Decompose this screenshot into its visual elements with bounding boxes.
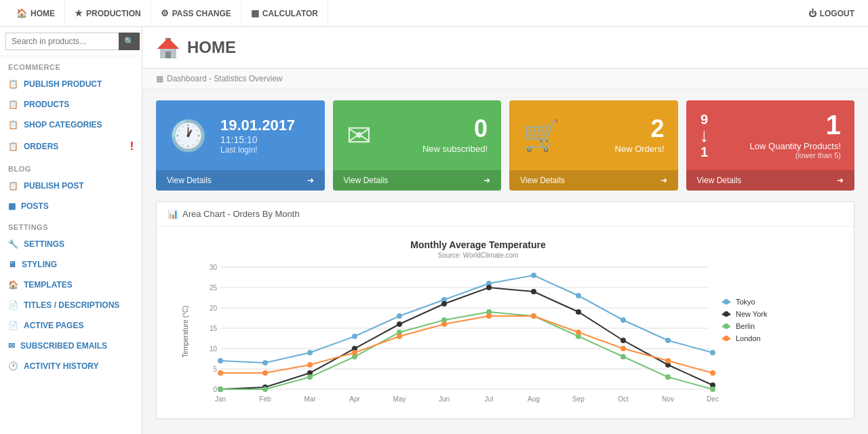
svg-text:Jan: Jan [215,395,226,403]
svg-text:Source: WorldClimate.com: Source: WorldClimate.com [438,252,519,259]
active-pages-icon: 📄 [8,321,18,330]
logout-button[interactable]: ⏻ LOGOUT [802,9,861,18]
svg-point-34 [218,358,223,363]
sidebar-item-posts[interactable]: ▦ POSTS [0,196,142,216]
publish-product-icon: 📋 [8,79,18,89]
svg-text:Tokyo: Tokyo [736,298,755,306]
svg-point-78 [576,330,581,335]
templates-icon: 🏠 [8,280,18,290]
styling-icon: 🖥 [8,260,16,269]
section-settings: SETTINGS [0,216,142,234]
sidebar: 🔍 ECOMMERCE 📋 PUBLISH PRODUCT 📋 PRODUCTS… [0,27,142,434]
down-arrow-icon: ↓ [700,126,709,145]
envelope-icon: ✉ [347,118,372,153]
svg-point-71 [262,370,268,376]
svg-text:Berlin: Berlin [736,322,755,330]
card-blue-footer[interactable]: View Details ➜ [156,170,325,191]
star-icon: ★ [75,8,83,18]
nav-calculator[interactable]: ▦ CALCULATOR [241,0,328,27]
arrow-right-icon: ➜ [307,176,314,185]
card-green-footer[interactable]: View Details ➜ [333,170,502,191]
sidebar-item-products[interactable]: 📋 PRODUCTS [0,94,142,115]
svg-text:20: 20 [210,304,218,312]
card-green-body: ✉ 0 New subscribed! [333,100,502,170]
svg-text:5: 5 [213,366,217,373]
svg-point-73 [352,350,357,355]
down-arrow-nums: 9 ↓ 1 [700,113,709,159]
nav-production[interactable]: ★ PRODUCTION [65,0,151,27]
sidebar-item-activity-history[interactable]: 🕐 ACTIVITY HISTORY [0,356,142,376]
svg-point-83 [724,299,729,304]
svg-point-37 [352,334,357,339]
svg-point-50 [397,321,402,327]
sidebar-item-templates[interactable]: 🏠 TEMPLATES [0,275,142,295]
cart-icon: 🛒 [523,118,560,153]
svg-text:Temperature (°C): Temperature (°C) [182,306,189,358]
svg-text:Apr: Apr [349,395,360,403]
nav-right: ⏻ LOGOUT [802,9,861,18]
svg-point-81 [710,370,715,376]
products-icon: 📋 [8,100,18,109]
card-red-footer[interactable]: View Details ➜ [686,170,855,191]
svg-point-58 [218,387,223,392]
page-home-icon [156,35,180,60]
svg-text:30: 30 [210,264,218,271]
chart-bar-icon: 📊 [167,209,178,219]
sidebar-item-titles-descriptions[interactable]: 📄 TITLES / DESCRIPTIONS [0,295,142,315]
main-content: HOME ▦ Dashboard - Statistics Overview 🕐… [142,27,868,434]
card-last-login: 🕐 19.01.2017 11:15:10 Last login! View D… [156,100,325,191]
svg-point-35 [262,360,268,366]
svg-point-42 [576,293,581,298]
svg-point-41 [531,273,536,278]
sidebar-item-settings[interactable]: 🔧 SETTINGS [0,234,142,254]
svg-point-77 [531,313,536,319]
sidebar-item-orders[interactable]: 📋 ORDERS ! [0,135,142,158]
emails-icon: ✉ [8,341,15,351]
card-orange-footer[interactable]: View Details ➜ [509,170,678,191]
svg-point-55 [620,338,626,343]
sidebar-item-publish-post[interactable]: 📋 PUBLISH POST [0,176,142,196]
svg-text:15: 15 [210,325,218,332]
orders-badge: ! [130,140,134,153]
sidebar-item-publish-product[interactable]: 📋 PUBLISH PRODUCT [0,74,142,94]
svg-point-45 [710,350,715,355]
posts-icon: ▦ [8,201,16,211]
page-header: HOME [142,27,868,68]
svg-point-80 [665,358,671,363]
stat-cards: 🕐 19.01.2017 11:15:10 Last login! View D… [142,90,868,201]
green-info: 0 New subscribed! [422,117,488,154]
svg-text:Jul: Jul [485,395,494,403]
sidebar-item-shop-categories[interactable]: 📋 SHOP CATEGORIES [0,115,142,135]
page-title: HOME [187,38,236,57]
card-red-body: 9 ↓ 1 1 Low Quantity Products! (lower th… [686,100,855,170]
svg-text:New York: New York [736,310,768,318]
svg-point-74 [397,334,402,339]
sidebar-item-subscribed-emails[interactable]: ✉ SUBSCRIBED EMAILS [0,336,142,356]
publish-post-icon: 📋 [8,181,18,191]
search-button[interactable]: 🔍 [119,33,140,50]
red-info: 1 Low Quantity Products! (lower than 5) [750,111,841,159]
svg-text:Monthly Average Temperature: Monthly Average Temperature [410,239,546,250]
clock-icon: 🕐 [170,118,207,153]
svg-point-54 [576,309,581,315]
search-input[interactable] [5,33,119,50]
orders-icon: 📋 [8,142,18,151]
nav-home[interactable]: 🏠 HOME [7,0,65,27]
svg-text:Nov: Nov [662,395,674,403]
svg-point-70 [218,370,223,376]
svg-text:Dec: Dec [707,395,719,403]
svg-point-68 [665,374,671,380]
svg-text:May: May [393,395,406,403]
orange-info: 2 New Orders! [615,117,665,154]
svg-point-89 [724,323,729,329]
nav-pass-change[interactable]: ⚙ PASS CHANGE [151,0,241,27]
chart-body: Monthly Average Temperature Source: Worl… [157,226,854,418]
chart-section: 📊 Area Chart - Orders By Month Monthly A… [156,201,854,419]
svg-point-86 [724,311,729,317]
card-blue-body: 🕐 19.01.2017 11:15:10 Last login! [156,100,325,170]
svg-text:London: London [736,334,761,342]
svg-point-53 [531,289,536,294]
svg-point-59 [262,387,268,392]
sidebar-item-active-pages[interactable]: 📄 ACTIVE PAGES [0,315,142,336]
sidebar-item-styling[interactable]: 🖥 STYLING [0,254,142,275]
